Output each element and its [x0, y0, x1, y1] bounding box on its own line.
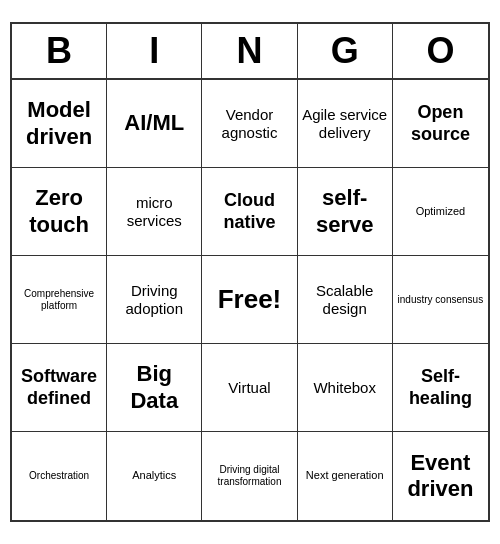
- bingo-letter: G: [298, 24, 393, 78]
- bingo-cell: Optimized: [393, 168, 488, 256]
- bingo-cell: Big Data: [107, 344, 202, 432]
- bingo-letter: O: [393, 24, 488, 78]
- bingo-cell: Driving digital transformation: [202, 432, 297, 520]
- bingo-cell: AI/ML: [107, 80, 202, 168]
- cell-text: Free!: [218, 284, 282, 315]
- bingo-header: BINGO: [12, 24, 488, 80]
- bingo-cell: micro services: [107, 168, 202, 256]
- bingo-cell: Agile service delivery: [298, 80, 393, 168]
- bingo-cell: Open source: [393, 80, 488, 168]
- cell-text: Cloud native: [206, 190, 292, 233]
- bingo-cell: Vendor agnostic: [202, 80, 297, 168]
- bingo-cell: Next generation: [298, 432, 393, 520]
- bingo-letter: B: [12, 24, 107, 78]
- bingo-cell: Analytics: [107, 432, 202, 520]
- bingo-cell: Cloud native: [202, 168, 297, 256]
- bingo-cell: industry consensus: [393, 256, 488, 344]
- cell-text: Whitebox: [313, 379, 376, 397]
- bingo-cell: Driving adoption: [107, 256, 202, 344]
- bingo-letter: N: [202, 24, 297, 78]
- bingo-cell: Software defined: [12, 344, 107, 432]
- cell-text: Driving adoption: [111, 282, 197, 318]
- cell-text: Orchestration: [29, 470, 89, 482]
- cell-text: Big Data: [111, 361, 197, 414]
- cell-text: AI/ML: [124, 110, 184, 136]
- bingo-cell: Event driven: [393, 432, 488, 520]
- bingo-letter: I: [107, 24, 202, 78]
- cell-text: Open source: [397, 102, 484, 145]
- cell-text: Model driven: [16, 97, 102, 150]
- bingo-card: BINGO Model drivenAI/MLVendor agnosticAg…: [10, 22, 490, 522]
- cell-text: Vendor agnostic: [206, 106, 292, 142]
- cell-text: Optimized: [416, 205, 466, 218]
- cell-text: Self-healing: [397, 366, 484, 409]
- cell-text: Scalable design: [302, 282, 388, 318]
- bingo-cell: Comprehensive platform: [12, 256, 107, 344]
- bingo-cell: Self-healing: [393, 344, 488, 432]
- cell-text: Software defined: [16, 366, 102, 409]
- cell-text: industry consensus: [398, 294, 484, 306]
- bingo-grid: Model drivenAI/MLVendor agnosticAgile se…: [12, 80, 488, 520]
- cell-text: Comprehensive platform: [16, 288, 102, 312]
- cell-text: Next generation: [306, 469, 384, 482]
- bingo-cell: Whitebox: [298, 344, 393, 432]
- bingo-cell: Orchestration: [12, 432, 107, 520]
- bingo-cell: Free!: [202, 256, 297, 344]
- cell-text: Analytics: [132, 469, 176, 482]
- bingo-cell: self-serve: [298, 168, 393, 256]
- cell-text: Event driven: [397, 450, 484, 503]
- bingo-cell: Zero touch: [12, 168, 107, 256]
- cell-text: micro services: [111, 194, 197, 230]
- cell-text: Driving digital transformation: [206, 464, 292, 488]
- bingo-cell: Virtual: [202, 344, 297, 432]
- bingo-cell: Model driven: [12, 80, 107, 168]
- cell-text: self-serve: [302, 185, 388, 238]
- cell-text: Zero touch: [16, 185, 102, 238]
- bingo-cell: Scalable design: [298, 256, 393, 344]
- cell-text: Agile service delivery: [302, 106, 388, 142]
- cell-text: Virtual: [228, 379, 270, 397]
